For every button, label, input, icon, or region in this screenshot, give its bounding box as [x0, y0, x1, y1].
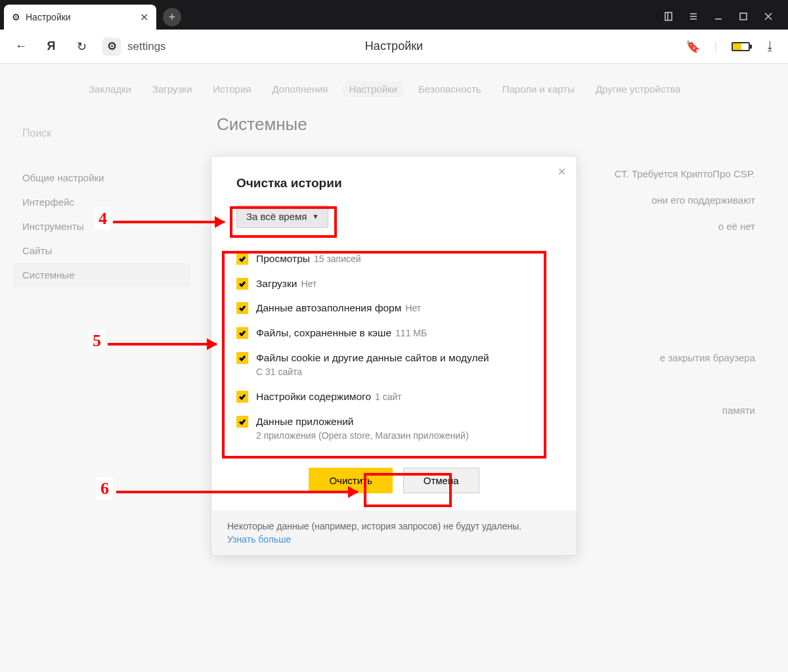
option-autofill[interactable]: Данные автозаполнения формНет	[236, 296, 552, 321]
annotation-arrow-5	[108, 343, 217, 346]
option-views[interactable]: Просмотры15 записей	[236, 246, 552, 271]
modal-overlay: ✕ Очистка истории За всё время ▼ Просмот…	[0, 0, 788, 672]
chevron-down-icon: ▼	[312, 213, 318, 220]
learn-more-link[interactable]: Узнать больше	[227, 534, 561, 545]
option-app-data[interactable]: Данные приложений2 приложения (Opera sto…	[236, 409, 552, 448]
option-cookies[interactable]: Файлы cookie и другие данные сайтов и мо…	[236, 346, 552, 384]
option-content-settings[interactable]: Настройки содержимого1 сайт	[236, 384, 552, 409]
checkbox-icon[interactable]	[236, 253, 248, 265]
option-downloads[interactable]: ЗагрузкиНет	[236, 271, 552, 296]
annotation-arrow-6	[116, 491, 358, 493]
checkbox-icon[interactable]	[236, 352, 248, 364]
annotation-arrow-4	[113, 221, 225, 223]
clear-history-dialog: ✕ Очистка истории За всё время ▼ Просмот…	[211, 156, 577, 556]
checkbox-icon[interactable]	[236, 416, 248, 428]
dropdown-label: За всё время	[246, 211, 307, 222]
cancel-button[interactable]: Отмена	[403, 468, 479, 493]
dialog-close-icon[interactable]: ✕	[558, 166, 566, 178]
dialog-title: Очистка истории	[236, 176, 552, 190]
checkbox-icon[interactable]	[236, 391, 248, 403]
checkbox-icon[interactable]	[236, 278, 248, 290]
checkbox-icon[interactable]	[236, 302, 248, 314]
footer-text: Некоторые данные (например, история запр…	[227, 521, 521, 531]
option-cache[interactable]: Файлы, сохраненные в кэше111 МБ	[236, 321, 552, 346]
time-range-dropdown[interactable]: За всё время ▼	[236, 205, 328, 228]
dialog-footer: Некоторые данные (например, история запр…	[211, 510, 577, 555]
annotation-number-4: 4	[95, 208, 111, 230]
checkbox-icon[interactable]	[236, 327, 248, 339]
annotation-number-6: 6	[97, 478, 113, 500]
clear-options-list: Просмотры15 записей ЗагрузкиНет Данные а…	[236, 246, 552, 448]
annotation-number-5: 5	[89, 330, 105, 352]
